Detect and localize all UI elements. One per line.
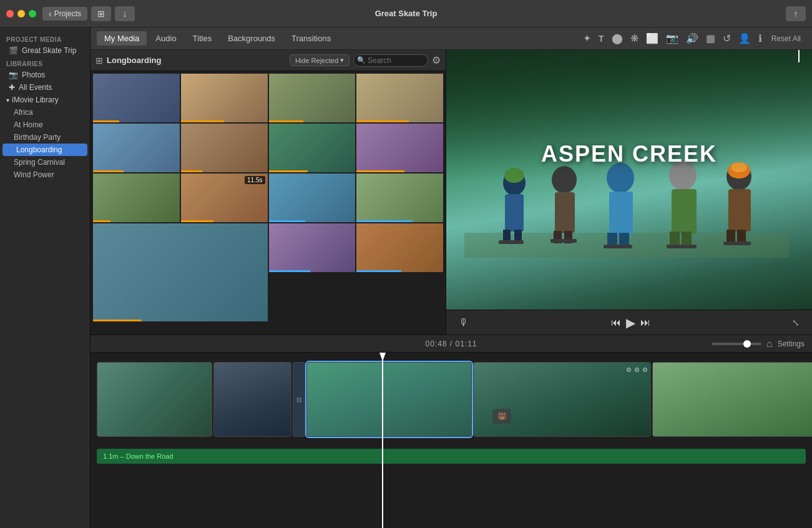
svg-rect-16 — [604, 245, 632, 248]
media-thumb[interactable]: 11.5s — [181, 174, 268, 222]
media-thumb[interactable] — [93, 223, 268, 321]
tab-titles[interactable]: Titles — [185, 31, 220, 46]
timeline-clip[interactable] — [213, 362, 291, 437]
timeline-tracks: ⊡ 2.2s – ASPEN CREE... ⚙ ⚙ — [90, 353, 812, 528]
hide-rejected-button[interactable]: Hide Rejected ▾ — [290, 54, 350, 66]
import-button[interactable]: ↓ — [115, 6, 135, 21]
reset-all-button[interactable]: Reset All — [766, 33, 806, 44]
svg-rect-20 — [682, 232, 692, 247]
timeline-clip[interactable] — [97, 362, 212, 437]
audio-icon[interactable]: 🔊 — [683, 31, 702, 46]
media-thumb[interactable] — [181, 124, 268, 172]
speed-icon[interactable]: ↺ — [720, 31, 734, 46]
titlebar: Projects ⊞ ↓ Great Skate Trip ↑ — [0, 0, 812, 27]
media-thumb[interactable] — [356, 174, 443, 222]
middle-pane: ⊞ Longboarding Hide Rejected ▾ ⚙ — [90, 50, 812, 335]
svg-rect-14 — [607, 233, 617, 247]
sidebar-item-all-events[interactable]: ✚ All Events — [0, 81, 90, 94]
media-thumb[interactable] — [181, 74, 268, 122]
home-icon[interactable]: ⌂ — [766, 338, 773, 350]
media-thumb[interactable] — [93, 74, 180, 122]
svg-rect-25 — [737, 230, 746, 243]
media-thumb[interactable] — [356, 74, 443, 122]
face-icon[interactable]: 👤 — [735, 31, 754, 46]
media-thumb[interactable] — [356, 124, 443, 172]
sidebar-item-wind-power[interactable]: Wind Power — [0, 169, 90, 181]
media-thumb[interactable] — [356, 223, 443, 272]
skip-back-button[interactable]: ⏮ — [609, 315, 624, 331]
audio-label: 1.1m – Down the Road — [103, 452, 174, 460]
share-button[interactable]: ↑ — [786, 6, 806, 21]
chevron-down-icon: ▾ — [6, 97, 9, 104]
main-toolbar: My Media Audio Titles Backgrounds Transi… — [90, 27, 812, 50]
media-thumb[interactable] — [269, 174, 356, 222]
sidebar-item-project[interactable]: 🎬 Great Skate Trip — [0, 44, 90, 57]
microphone-button[interactable]: 🎙 — [456, 315, 471, 331]
settings-icon[interactable]: ⚙ — [432, 54, 441, 66]
svg-rect-24 — [726, 230, 735, 243]
plus-icon: ✚ — [9, 83, 15, 92]
preview-controls: 🎙 ⏮ ▶ ⏭ ⤡ — [446, 310, 812, 335]
media-toolbar: ⊞ Longboarding Hide Rejected ▾ ⚙ — [90, 50, 446, 71]
sidebar-item-birthday-party[interactable]: Birthday Party — [0, 131, 90, 144]
svg-rect-13 — [609, 192, 633, 235]
grid-view-icon[interactable]: ⊞ — [95, 56, 103, 66]
timeline-clip[interactable]: ⚙ ⚙ ⚙ 🐻 — [473, 362, 651, 437]
media-thumb[interactable] — [269, 223, 356, 272]
search-wrapper — [353, 54, 428, 67]
svg-rect-19 — [670, 232, 680, 247]
libraries-label: LIBRARIES — [0, 57, 90, 69]
play-button[interactable]: ▶ — [624, 313, 638, 333]
sidebar-item-at-home[interactable]: At Home — [0, 119, 90, 131]
fullscreen-icon[interactable]: ⤡ — [790, 315, 802, 330]
preview-title-overlay: ASPEN CREEK — [541, 141, 717, 167]
sidebar: PROJECT MEDIA 🎬 Great Skate Trip LIBRARI… — [0, 27, 90, 528]
text-tool-icon[interactable]: T — [595, 32, 607, 45]
skip-forward-button[interactable]: ⏭ — [638, 315, 653, 331]
media-thumb[interactable] — [93, 124, 180, 172]
timeline-settings: ⌂ Settings — [712, 338, 805, 350]
minimize-button[interactable] — [17, 10, 25, 17]
clip-duration: 11.5s — [245, 176, 265, 184]
timeline-clip-transition[interactable]: ⊡ — [293, 362, 305, 437]
media-thumb[interactable] — [269, 74, 356, 122]
magic-wand-icon[interactable]: ✦ — [580, 31, 594, 46]
sidebar-item-longboarding[interactable]: Longboarding — [2, 144, 87, 156]
svg-rect-15 — [619, 233, 629, 247]
close-button[interactable] — [6, 10, 14, 17]
preview-video: ASPEN CREEK — [446, 50, 812, 310]
media-grid: 11.5s — [90, 71, 446, 335]
view-toggle-button[interactable]: ⊞ — [91, 6, 111, 21]
chart-icon[interactable]: ▦ — [703, 31, 718, 46]
timeline-clip[interactable] — [652, 362, 812, 437]
sidebar-item-africa[interactable]: Africa — [0, 106, 90, 119]
zoom-slider[interactable] — [712, 343, 761, 345]
svg-rect-11 — [550, 239, 577, 243]
search-input[interactable] — [353, 54, 428, 67]
sidebar-item-spring-carnival[interactable]: Spring Carnival — [0, 156, 90, 169]
svg-rect-23 — [728, 189, 751, 232]
color-tool-icon[interactable]: ⬤ — [609, 31, 626, 46]
info-icon[interactable]: ℹ — [755, 31, 765, 46]
content-area: My Media Audio Titles Backgrounds Transi… — [90, 27, 812, 528]
timeline-clip-selected[interactable]: 2.2s – ASPEN CREE... — [306, 362, 472, 437]
projects-button[interactable]: Projects — [42, 7, 87, 21]
media-browser-title: Longboarding — [107, 56, 286, 65]
tab-my-media[interactable]: My Media — [97, 31, 147, 46]
settings-button[interactable]: Settings — [778, 340, 805, 348]
film-icon: 🎬 — [9, 46, 18, 55]
sidebar-item-photos[interactable]: 📷 Photos — [0, 69, 90, 81]
camera-icon[interactable]: 📷 — [663, 31, 682, 46]
svg-rect-2 — [505, 194, 524, 232]
tab-audio[interactable]: Audio — [148, 31, 183, 46]
crop-icon[interactable]: ⬜ — [643, 31, 662, 46]
fullscreen-button[interactable] — [29, 10, 36, 17]
tab-backgrounds[interactable]: Backgrounds — [220, 31, 283, 46]
media-thumb[interactable] — [93, 174, 180, 222]
trim-marker — [798, 50, 800, 62]
imovie-library-header[interactable]: ▾ iMovie Library — [0, 94, 90, 106]
filter-icon[interactable]: ❋ — [627, 31, 642, 46]
timeline-area: 00:48 / 01:11 ⌂ Settings — [90, 335, 812, 528]
tab-transitions[interactable]: Transitions — [284, 31, 338, 46]
media-thumb[interactable] — [269, 124, 356, 172]
